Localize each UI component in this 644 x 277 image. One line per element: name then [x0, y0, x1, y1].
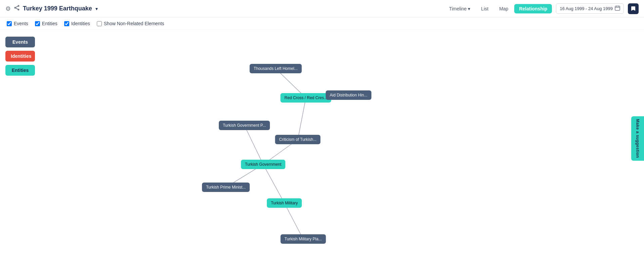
entities-checkbox[interactable] — [35, 21, 40, 26]
svg-rect-5 — [615, 6, 620, 10]
relationship-nav-button[interactable]: Relationship — [514, 4, 552, 13]
main-content: Events Identities Entities Thousands Lef… — [0, 30, 644, 272]
graph-node-n4[interactable]: Turkish Government P... — [219, 121, 270, 130]
entities-filter[interactable]: Entities — [35, 21, 57, 26]
legend-identities[interactable]: Identities — [5, 51, 35, 62]
graph-node-n1[interactable]: Thousands Left Homel... — [250, 64, 302, 73]
svg-point-2 — [18, 9, 19, 10]
non-related-checkbox[interactable] — [97, 21, 102, 26]
share-icon[interactable] — [14, 5, 19, 12]
calendar-icon — [615, 5, 620, 12]
graph-edge — [263, 164, 284, 203]
svg-line-4 — [15, 8, 18, 9]
header-left: ⚙ Turkey 1999 Earthquake ▾ — [5, 5, 440, 12]
list-nav-button[interactable]: List — [476, 4, 493, 13]
graph-edge — [298, 98, 306, 140]
identities-checkbox[interactable] — [64, 21, 69, 26]
bookmark-button[interactable] — [628, 3, 639, 14]
suggestion-tab[interactable]: Make a suggestion — [631, 116, 644, 161]
events-checkbox[interactable] — [7, 21, 12, 26]
graph-node-n8[interactable]: Turkish Military — [267, 198, 302, 208]
dropdown-icon[interactable]: ▾ — [95, 6, 98, 11]
legend: Events Identities Entities — [0, 30, 40, 272]
timeline-nav-button[interactable]: Timeline ▾ — [444, 4, 475, 13]
graph-edge — [284, 203, 303, 239]
svg-point-0 — [18, 5, 19, 6]
graph-node-n9[interactable]: Turkish Military Pla... — [281, 234, 326, 244]
svg-line-3 — [15, 6, 18, 7]
graph-node-n6[interactable]: Turkish Government — [241, 160, 285, 169]
filter-bar: Events Entities Identities Show Non-Rela… — [0, 17, 644, 30]
graph-node-n5[interactable]: Criticism of Turkish... — [275, 135, 320, 144]
identities-filter[interactable]: Identities — [64, 21, 90, 26]
header: ⚙ Turkey 1999 Earthquake ▾ Timeline ▾ Li… — [0, 0, 644, 17]
graph-node-n2[interactable]: Red Cross / Red Cres... — [280, 93, 331, 103]
legend-events[interactable]: Events — [5, 37, 35, 47]
legend-entities[interactable]: Entities — [5, 65, 35, 76]
date-range[interactable]: 16 Aug 1999 - 24 Aug 1999 — [556, 3, 624, 14]
graph-edges — [40, 30, 644, 272]
relationship-graph[interactable]: Thousands Left Homel...Red Cross / Red C… — [40, 30, 644, 272]
page-title: Turkey 1999 Earthquake — [23, 5, 92, 12]
header-nav: Timeline ▾ List Map Relationship — [444, 4, 552, 13]
map-nav-button[interactable]: Map — [494, 4, 513, 13]
graph-edge — [244, 125, 263, 164]
svg-point-1 — [15, 7, 16, 8]
graph-node-n7[interactable]: Turkish Prime Minist... — [202, 183, 250, 192]
settings-icon[interactable]: ⚙ — [5, 5, 11, 12]
events-filter[interactable]: Events — [7, 21, 28, 26]
non-related-filter[interactable]: Show Non-Related Elements — [97, 21, 164, 26]
graph-node-n3[interactable]: Aid Distribution Hin... — [326, 90, 371, 100]
